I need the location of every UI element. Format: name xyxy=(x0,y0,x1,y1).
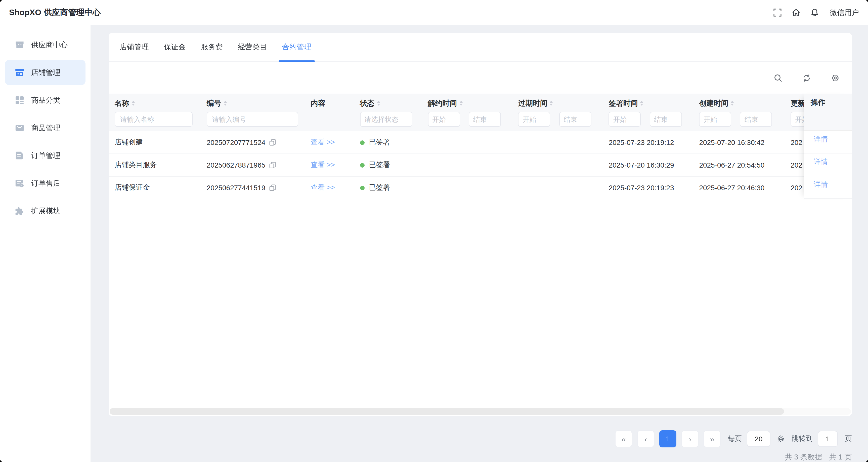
sidebar-item-shop-management[interactable]: 店铺管理 xyxy=(5,60,86,85)
sign-end-input[interactable] xyxy=(650,112,682,127)
tab-business-category[interactable]: 经营类目 xyxy=(232,33,273,61)
cell-status: 已签署 xyxy=(360,183,428,192)
cell-name: 店铺类目服务 xyxy=(115,161,207,170)
shop-icon xyxy=(14,67,25,78)
status-select[interactable] xyxy=(360,112,412,127)
tab-shop-management[interactable]: 店铺管理 xyxy=(114,33,155,61)
cell-name: 店铺保证金 xyxy=(115,183,207,192)
table-row: 店铺保证金 202506277441519 查看 >> 已签署 2025-07-… xyxy=(108,177,852,199)
sidebar-item-label: 订单管理 xyxy=(31,151,60,160)
app-title: ShopXO 供应商管理中心 xyxy=(9,7,101,18)
next-page-button[interactable]: › xyxy=(681,430,699,447)
name-filter-input[interactable] xyxy=(115,112,193,127)
copy-icon[interactable] xyxy=(269,139,276,146)
expire-end-input[interactable] xyxy=(559,112,591,127)
cell-status: 已签署 xyxy=(360,161,428,170)
table-body: 店铺创建 202507207771524 查看 >> 已签署 2025-07-2… xyxy=(108,132,852,199)
page-1-button[interactable]: 1 xyxy=(659,430,676,447)
code-filter-input[interactable] xyxy=(207,112,298,127)
contracts-table: 名称 编号 内容 状态 xyxy=(108,94,852,199)
cell-action: 详情 xyxy=(804,176,852,199)
table-row: 店铺创建 202507207771524 查看 >> 已签署 2025-07-2… xyxy=(108,132,852,154)
create-start-input[interactable] xyxy=(699,112,731,127)
sort-create-time[interactable] xyxy=(731,100,734,106)
puzzle-icon xyxy=(14,206,25,216)
notification-bell-icon[interactable] xyxy=(810,8,819,17)
per-page-input[interactable] xyxy=(747,431,770,447)
view-link[interactable]: 查看 >> xyxy=(311,161,335,170)
jump-page-input[interactable] xyxy=(818,431,838,447)
status-text: 已签署 xyxy=(369,161,390,170)
sidebar-item-goods-management[interactable]: 商品管理 xyxy=(5,115,86,140)
user-name[interactable]: 微信用户 xyxy=(830,8,859,17)
sidebar-item-extension-modules[interactable]: 扩展模块 xyxy=(5,198,86,224)
create-end-input[interactable] xyxy=(740,112,772,127)
sidebar-item-order-aftersale[interactable]: ¥ 订单售后 xyxy=(5,171,86,196)
sort-sign-time[interactable] xyxy=(641,100,644,106)
svg-text:¥: ¥ xyxy=(21,184,23,187)
settings-icon[interactable] xyxy=(831,73,840,82)
topbar-actions: 微信用户 xyxy=(773,8,859,17)
sign-start-input[interactable] xyxy=(609,112,641,127)
storefront-icon xyxy=(14,40,25,50)
per-page-unit: 条 xyxy=(777,434,784,443)
sidebar-item-label: 扩展模块 xyxy=(31,206,60,215)
goods-bag-icon xyxy=(14,123,25,133)
cell-code: 202506277441519 xyxy=(207,184,311,192)
tab-bar: 店铺管理 保证金 服务费 经营类目 合约管理 xyxy=(108,33,852,62)
column-status: 状态 xyxy=(360,98,428,127)
sidebar-item-label: 商品管理 xyxy=(31,123,60,133)
tab-service-fee[interactable]: 服务费 xyxy=(195,33,229,61)
topbar: ShopXO 供应商管理中心 微信用户 xyxy=(0,0,868,25)
fixed-action-column: 操作 详情 详情 详情 xyxy=(804,94,852,199)
search-icon[interactable] xyxy=(773,73,782,82)
sidebar-item-label: 店铺管理 xyxy=(31,68,60,77)
status-text: 已签署 xyxy=(369,183,390,192)
cell-create-time: 2025-06-27 20:46:30 xyxy=(699,184,790,192)
refresh-icon[interactable] xyxy=(802,73,811,82)
sort-status[interactable] xyxy=(377,100,380,106)
status-dot xyxy=(360,185,364,190)
tab-deposit[interactable]: 保证金 xyxy=(158,33,192,61)
last-page-button[interactable]: » xyxy=(704,430,721,447)
detail-link[interactable]: 详情 xyxy=(814,135,828,143)
sort-expire-time[interactable] xyxy=(550,100,553,106)
home-icon[interactable] xyxy=(792,8,801,17)
detail-link[interactable]: 详情 xyxy=(814,157,828,166)
cancel-start-input[interactable] xyxy=(428,112,460,127)
per-page-label: 每页 xyxy=(728,434,742,443)
first-page-button[interactable]: « xyxy=(615,430,632,447)
pagination-summary: 共 3 条数据 共 1 页 xyxy=(91,453,868,462)
sidebar-item-goods-category[interactable]: 商品分类 xyxy=(5,88,86,113)
content-card: 店铺管理 保证金 服务费 经营类目 合约管理 xyxy=(108,33,852,416)
column-cancel-time: 解约时间 – xyxy=(428,98,518,127)
fullscreen-icon[interactable] xyxy=(773,8,782,17)
sort-name[interactable] xyxy=(132,100,135,106)
app-window: ShopXO 供应商管理中心 微信用户 供应商中心 xyxy=(0,0,868,462)
sidebar-item-supplier-center[interactable]: 供应商中心 xyxy=(5,32,86,57)
cancel-end-input[interactable] xyxy=(469,112,501,127)
cell-status: 已签署 xyxy=(360,138,428,147)
detail-link[interactable]: 详情 xyxy=(814,180,828,188)
cell-code: 202507207771524 xyxy=(207,138,311,146)
tab-contract-management[interactable]: 合约管理 xyxy=(276,33,317,61)
table-header: 名称 编号 内容 状态 xyxy=(108,94,852,132)
sort-cancel-time[interactable] xyxy=(459,100,462,106)
view-link[interactable]: 查看 >> xyxy=(311,183,335,192)
cell-action: 详情 xyxy=(804,153,852,176)
scrollbar-thumb[interactable] xyxy=(110,408,784,415)
copy-icon[interactable] xyxy=(269,184,276,191)
copy-icon[interactable] xyxy=(269,162,276,169)
view-link[interactable]: 查看 >> xyxy=(311,138,335,147)
cell-sign-time: 2025-07-23 20:19:23 xyxy=(609,184,699,192)
sort-code[interactable] xyxy=(224,100,227,106)
prev-page-button[interactable]: ‹ xyxy=(637,430,654,447)
expire-start-input[interactable] xyxy=(518,112,551,127)
jump-unit: 页 xyxy=(845,434,852,443)
cell-create-time: 2025-07-20 16:30:42 xyxy=(699,138,790,146)
sidebar-item-order-management[interactable]: 订单管理 xyxy=(5,143,86,168)
cell-code: 202506278871965 xyxy=(207,161,311,169)
column-action: 操作 xyxy=(804,94,852,131)
sidebar: 供应商中心 店铺管理 商品分类 商品管理 xyxy=(0,25,91,462)
column-create-time: 创建时间 – xyxy=(699,98,790,127)
